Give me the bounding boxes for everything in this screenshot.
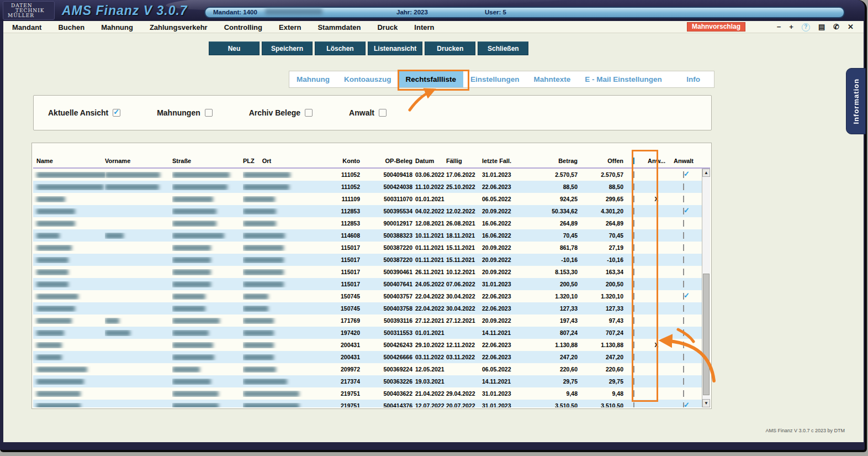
table-row[interactable]: 11110950031107001.01.202106.05.2022924,2… (33, 193, 710, 205)
menu-item-extern[interactable]: Extern (279, 23, 301, 32)
col-header-name[interactable]: Name (33, 158, 105, 164)
ordner-checkbox[interactable] (633, 329, 634, 336)
anwalt-checkbox[interactable] (683, 171, 684, 178)
table-row[interactable]: 11501750038722001.11.202115.11.202120.09… (33, 254, 710, 266)
table-row[interactable]: 11285350039553404.02.202212.02.202220.09… (33, 205, 710, 217)
neu-button[interactable]: Neu (209, 41, 260, 55)
table-row[interactable]: 20043150042666603.11.202203.11.202222.06… (33, 351, 710, 363)
table-row[interactable]: 11460850038832310.11.202118.11.202116.06… (33, 229, 710, 242)
tab-info[interactable]: Info (679, 71, 707, 87)
speichern-button[interactable]: Speichern (262, 41, 313, 55)
ordner-checkbox[interactable] (633, 390, 634, 397)
ordner-checkbox[interactable] (633, 171, 634, 178)
col-header-strasse[interactable]: Straße (172, 158, 243, 164)
help-icon[interactable]: ? (802, 23, 810, 32)
tab-mahnung[interactable]: Mahnung (289, 71, 337, 87)
table-row[interactable]: 11105250040941803.06.202217.06.202231.01… (33, 169, 710, 181)
menu-item-intern[interactable]: Intern (414, 23, 434, 32)
anwalt-checkbox[interactable] (683, 256, 684, 263)
mahnvorschlag-badge[interactable]: Mahnvorschlag (687, 22, 745, 32)
anwalt-checkbox[interactable] (683, 354, 684, 360)
listenansicht-button[interactable]: Listenansicht (368, 41, 422, 55)
menu-item-buchen[interactable]: Buchen (58, 23, 84, 32)
anwalt-checkbox[interactable] (683, 366, 684, 373)
anwalt-checkbox[interactable] (683, 305, 684, 312)
filter-checkbox[interactable] (379, 109, 387, 117)
filter-checkbox[interactable] (113, 109, 120, 117)
ordner-checkbox[interactable] (633, 196, 634, 202)
ordner-checkbox[interactable] (633, 184, 634, 190)
col-header-plz-ort[interactable]: PLZ Ort (243, 158, 322, 164)
col-header-plz[interactable]: PLZ (243, 158, 255, 164)
ordner-checkbox[interactable] (633, 281, 634, 287)
tab-kontoauszug[interactable]: Kontoauszug (337, 71, 399, 87)
anwalt-checkbox[interactable] (683, 184, 684, 190)
table-row[interactable]: 21737450036322619.03.202114.11.202129,75… (33, 375, 710, 387)
filter-aktuelle-ansicht[interactable]: Aktuelle Ansicht (48, 108, 120, 117)
anwalt-checkbox[interactable] (683, 196, 684, 202)
col-header-betrag[interactable]: Betrag (526, 158, 578, 164)
col-header-op-beleg[interactable]: OP-Beleg (360, 158, 412, 164)
notes-icon[interactable]: ▤ (818, 21, 825, 33)
anwalt-checkbox[interactable] (683, 220, 684, 227)
anwalt-checkbox[interactable] (683, 293, 684, 300)
table-row[interactable]: 11501750038722001.11.202115.11.202120.09… (33, 242, 710, 254)
table-row[interactable]: 11501750040764124.05.202207.06.202231.01… (33, 278, 710, 290)
ordner-checkbox[interactable] (633, 366, 634, 373)
table-row[interactable]: 11105250042403811.10.202225.10.202222.06… (33, 181, 710, 193)
anwalt-checkbox[interactable] (683, 329, 684, 336)
ordner-checkbox[interactable] (633, 402, 634, 407)
table-row[interactable]: 15074550040375822.04.202230.04.202222.06… (33, 302, 710, 315)
ordner-checkbox[interactable] (633, 342, 634, 348)
anwalt-checkbox[interactable] (683, 402, 684, 407)
filter-checkbox[interactable] (205, 109, 213, 117)
col-header-faellig[interactable]: Fällig (446, 158, 480, 164)
ordner-checkbox[interactable] (633, 256, 634, 263)
menu-item-zahlungsverkehr[interactable]: Zahlungsverkehr (150, 23, 208, 32)
col-header-ort[interactable]: Ort (262, 158, 272, 164)
anwalt-checkbox[interactable] (683, 378, 684, 385)
minimize-icon[interactable]: − (777, 21, 781, 33)
menu-item-controlling[interactable]: Controlling (224, 23, 262, 32)
col-header-konto[interactable]: Konto (322, 158, 360, 164)
table-row[interactable]: 21975150040362221.04.202229.04.202231.01… (33, 387, 710, 400)
anwalt-checkbox[interactable] (683, 244, 684, 251)
ordner-checkbox[interactable] (633, 269, 634, 275)
filter-archiv-belege[interactable]: Archiv Belege (249, 108, 313, 117)
anwalt-checkbox[interactable] (683, 390, 684, 397)
anwalt-checkbox[interactable] (683, 208, 684, 214)
drucken-button[interactable]: Drucken (425, 41, 475, 55)
vertical-scrollbar[interactable]: ▲ ▼ (702, 169, 710, 407)
maximize-icon[interactable]: + (789, 21, 793, 33)
table-row[interactable]: 20997250036922412.05.202106.05.2022220,6… (33, 363, 710, 375)
col-header-ordner[interactable] (623, 158, 644, 164)
schließen-button[interactable]: Schließen (478, 41, 528, 55)
col-header-anw[interactable]: Anw... (644, 158, 669, 164)
menu-item-stammdaten[interactable]: Stammdaten (317, 23, 361, 32)
table-row[interactable]: 19742050031155301.01.202114.11.2021807,2… (33, 327, 710, 339)
löschen-button[interactable]: Löschen (315, 41, 366, 55)
scroll-thumb[interactable] (703, 274, 710, 395)
ordner-checkbox[interactable] (633, 317, 634, 324)
anwalt-checkbox[interactable] (683, 342, 684, 348)
tab-e-mail-einstellungen[interactable]: E - Mail Einstellungen (578, 71, 669, 87)
col-header-offen[interactable]: Offen (578, 158, 623, 164)
filter-mahnungen[interactable]: Mahnungen (157, 108, 213, 117)
menu-item-mahnung[interactable]: Mahnung (101, 23, 133, 32)
anwalt-checkbox[interactable] (683, 281, 684, 287)
ordner-checkbox[interactable] (633, 378, 634, 385)
anwalt-checkbox[interactable] (683, 232, 684, 239)
tab-rechtsfallliste[interactable]: Rechtsfallliste (399, 71, 464, 87)
anwalt-checkbox[interactable] (683, 317, 684, 324)
table-row[interactable]: 21975150041437612.07.202220.07.202231.01… (33, 400, 710, 407)
table-row[interactable]: 11501750039046126.11.202110.12.202120.09… (33, 266, 710, 278)
table-row[interactable]: 11285390001291712.08.202126.08.202116.06… (33, 217, 710, 229)
col-header-datum[interactable]: Datum (412, 158, 446, 164)
ordner-checkbox[interactable] (633, 208, 634, 214)
ordner-checkbox[interactable] (633, 354, 634, 360)
filter-checkbox[interactable] (305, 109, 313, 117)
information-side-tab[interactable]: Information (846, 68, 866, 134)
table-row[interactable]: 20043150042624329.10.202212.11.202222.06… (33, 339, 710, 351)
ordner-checkbox[interactable] (633, 305, 634, 312)
col-header-vorname[interactable]: Vorname (105, 158, 172, 164)
